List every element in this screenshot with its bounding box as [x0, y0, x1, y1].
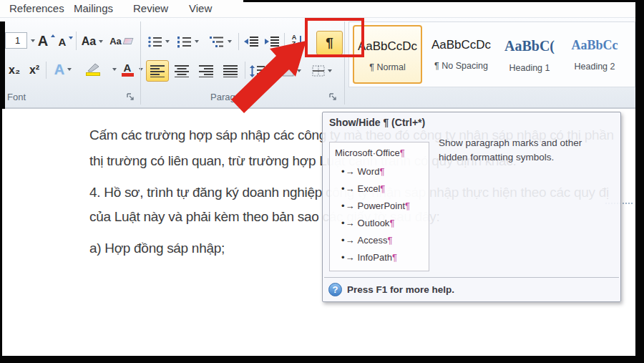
font-size-dropdown[interactable] [27, 32, 36, 49]
shrink-font-button[interactable]: A [57, 32, 74, 52]
pilcrow-mark: ¶ [405, 200, 410, 211]
chevron-down-icon [67, 68, 72, 71]
multilevel-list-icon [209, 36, 225, 48]
preview-item: •→Word¶ [341, 166, 384, 177]
divider [46, 62, 47, 79]
highlight-box-annotation [305, 18, 364, 57]
frame-top [243, 0, 644, 2]
pilcrow-mark: ¶ [389, 218, 394, 228]
style-preview: AaBbCcDc [426, 38, 496, 52]
preview-item-text: InfoPath [358, 252, 392, 263]
font-size-combo[interactable]: 1 [5, 32, 27, 49]
grow-font-button[interactable]: A [37, 30, 56, 52]
borders-button[interactable] [308, 60, 336, 82]
align-left-button[interactable] [146, 60, 169, 82]
subscript-icon: x₂ [9, 64, 20, 77]
preview-item-text: Outlook [358, 218, 390, 228]
pilcrow-mark: ¶ [392, 252, 397, 263]
frame-bottom [0, 356, 644, 363]
frame-left-ribbon [0, 21, 5, 109]
preview-item-text: Access [358, 235, 388, 246]
chevron-down-icon [139, 68, 143, 71]
style-label: Heading 1 [497, 63, 562, 73]
down-caret-icon [69, 37, 73, 39]
tab-mailings[interactable]: Mailings [74, 2, 113, 14]
tooltip-description-line1: Show paragraph marks and other [439, 137, 582, 148]
tooltip-title: Show/Hide ¶ (Ctrl+*) [329, 117, 425, 128]
frame-right [635, 0, 644, 363]
chevron-down-icon [112, 68, 117, 71]
document-line: a) Hợp đồng sáp nhập; [89, 241, 225, 256]
numbered-list-icon [177, 36, 192, 48]
preview-header-text: Microsoft·Office [335, 147, 400, 158]
frame-left-doc [0, 109, 2, 363]
preview-header: Microsoft·Office¶ [335, 147, 405, 158]
preview-item: •→PowerPoint¶ [341, 200, 410, 211]
style-heading-1[interactable]: AaBbC( Heading 1 [497, 25, 562, 84]
preview-item-text: PowerPoint [358, 200, 405, 211]
tooltip-divider [324, 277, 619, 278]
style-label: ¶ Normal [354, 62, 421, 72]
align-center-icon [175, 65, 190, 77]
font-color-bar [122, 73, 134, 77]
font-color-icon: A [124, 62, 132, 73]
grow-font-icon: A [38, 33, 48, 49]
tab-review[interactable]: Review [133, 2, 168, 14]
style-preview: AaBbCc [562, 38, 628, 53]
superscript-icon: x² [29, 64, 39, 77]
align-center-button[interactable] [170, 60, 193, 82]
style-label: ¶ No Spacing [426, 61, 496, 71]
tooltip-description: Show paragraph marks and other hidden fo… [439, 136, 582, 165]
up-caret-icon [51, 34, 55, 37]
change-case-icon: Aa [82, 35, 96, 48]
ribbon-tab-bar: References Mailings Review View [0, 0, 644, 18]
tab-bullet-marks: •→ [341, 218, 356, 228]
clear-formatting-button[interactable]: Aa [109, 30, 133, 52]
eraser-icon [122, 38, 133, 44]
align-right-button[interactable] [195, 60, 218, 82]
pilcrow-mark: ¶ [379, 166, 384, 177]
style-label: Heading 2 [562, 62, 628, 72]
text-highlight-color-button[interactable] [79, 59, 107, 80]
preview-item: •→Excel¶ [341, 183, 385, 194]
tab-bullet-marks: •→ [341, 166, 356, 177]
borders-grid-icon [312, 65, 325, 77]
style-heading-2[interactable]: AaBbCc Heading 2 [562, 25, 628, 84]
preview-item-text: Excel [358, 183, 381, 194]
tab-bullet-marks: •→ [341, 200, 356, 211]
preview-item: •→Outlook¶ [341, 218, 394, 228]
font-color-button[interactable]: A [119, 59, 136, 80]
tooltip-description-line2: hidden formatting symbols. [439, 152, 554, 163]
show-hide-tooltip: Show/Hide ¶ (Ctrl+*) Show paragraph mark… [322, 112, 621, 302]
chevron-down-icon [328, 69, 332, 72]
bullets-button[interactable] [145, 32, 171, 52]
preview-item: •→Access¶ [341, 235, 392, 246]
tab-references[interactable]: References [9, 2, 64, 14]
subscript-button[interactable]: x₂ [5, 60, 24, 80]
highlight-dropdown[interactable] [109, 59, 118, 80]
style-no-spacing[interactable]: AaBbCcDc ¶ No Spacing [426, 25, 496, 84]
word-window: References Mailings Review View 1 A A Aa… [0, 0, 644, 363]
divider [76, 32, 77, 50]
change-case-button[interactable]: Aa [79, 32, 106, 52]
clear-formatting-icon: Aa [109, 36, 122, 47]
tab-bullet-marks: •→ [341, 235, 356, 246]
tab-view[interactable]: View [189, 2, 212, 14]
red-arrow-annotation [225, 36, 311, 118]
styles-gallery: AaBbCcDc ¶ Normal AaBbCcDc ¶ No Spacing … [348, 21, 635, 87]
chevron-down-icon [31, 39, 35, 42]
font-size-value: 1 [15, 35, 20, 46]
paragraph-dialog-launcher[interactable] [328, 92, 338, 102]
text-effects-icon: A [54, 62, 64, 78]
superscript-button[interactable]: x² [25, 60, 44, 80]
font-group-label: Font [7, 92, 26, 102]
text-effects-button[interactable]: A [50, 59, 76, 80]
pilcrow-mark: ¶ [387, 235, 392, 246]
numbering-button[interactable] [174, 32, 201, 52]
font-dialog-launcher[interactable] [126, 92, 135, 102]
preview-item: •→InfoPath¶ [341, 252, 397, 263]
highlight-color-bar [86, 72, 100, 76]
chevron-down-icon [99, 40, 103, 43]
formatting-marks-preview: Microsoft·Office¶ •→Word¶ •→Excel¶ •→Pow… [329, 142, 429, 271]
shrink-font-icon: A [59, 36, 67, 48]
